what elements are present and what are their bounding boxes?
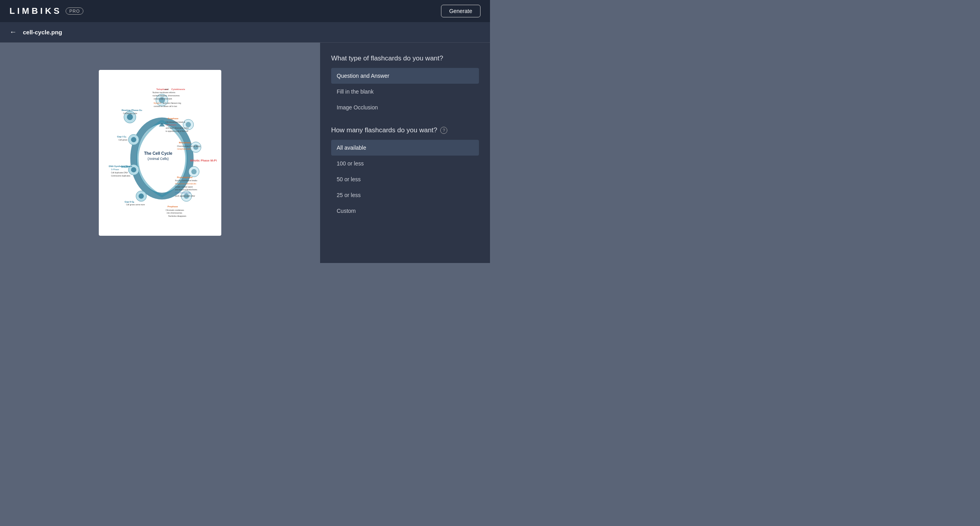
- svg-text:Kinetochore microtubules: Kinetochore microtubules: [175, 183, 196, 185]
- svg-point-7: [127, 114, 133, 120]
- flashcard-type-title: What type of flashcards do you want?: [331, 54, 479, 62]
- generate-button[interactable]: Generate: [441, 5, 481, 17]
- flashcard-count-list: All available 100 or less 50 or less 25 …: [331, 140, 479, 219]
- flashcard-count-row: How many flashcards do you want? ?: [331, 126, 479, 134]
- svg-point-15: [131, 167, 136, 172]
- back-arrow[interactable]: ←: [9, 28, 17, 36]
- svg-text:Cytokinesis: Cytokinesis: [172, 88, 185, 90]
- svg-text:into chromosomes: into chromosomes: [167, 212, 182, 214]
- svg-text:Nuclear membrane breaks: Nuclear membrane breaks: [175, 180, 198, 182]
- svg-point-31: [191, 169, 196, 174]
- svg-text:S-Phase: S-Phase: [111, 168, 119, 171]
- svg-text:to opposite ends of the cell: to opposite ends of the cell: [166, 130, 188, 132]
- option-custom[interactable]: Custom: [331, 203, 479, 219]
- svg-text:invade nuclear space: invade nuclear space: [175, 186, 193, 188]
- svg-text:Cell grows: Cell grows: [119, 139, 128, 141]
- svg-text:metaphase plate: metaphase plate: [177, 148, 191, 150]
- flashcard-type-list: Question and Answer Fill in the blank Im…: [331, 68, 479, 115]
- svg-text:Cell grows some more: Cell grows some more: [126, 204, 145, 206]
- svg-point-11: [131, 137, 136, 142]
- option-25-or-less[interactable]: 25 or less: [331, 187, 479, 203]
- svg-text:Cell leaves cycle: Cell leaves cycle: [123, 113, 138, 115]
- svg-text:nucleoli reappear, chromosomes: nucleoli reappear, chromosomes: [153, 95, 180, 97]
- svg-text:unravel into chromatin: unravel into chromatin: [154, 98, 172, 100]
- svg-text:Metaphase: Metaphase: [179, 141, 191, 144]
- image-panel: The Cell Cycle (Animal Cells) Interphase…: [0, 43, 320, 263]
- option-fill-blank[interactable]: Fill in the blank: [331, 84, 479, 100]
- option-question-answer[interactable]: Question and Answer: [331, 68, 479, 84]
- flashcard-count-title: How many flashcards do you want?: [331, 126, 437, 134]
- svg-text:contract to cleave cell in two: contract to cleave cell in two: [154, 105, 177, 107]
- svg-text:DNA Synthesis Phase: DNA Synthesis Phase: [109, 165, 132, 167]
- svg-text:Gap II G₂: Gap II G₂: [124, 201, 134, 203]
- svg-text:Polar microtubules: Polar microtubules: [175, 192, 191, 194]
- svg-text:Prophase: Prophase: [168, 205, 178, 208]
- pro-badge: PRO: [66, 8, 83, 15]
- option-50-or-less[interactable]: 50 or less: [331, 171, 479, 187]
- right-panel: What type of flashcards do you want? Que…: [320, 43, 490, 263]
- topbar: LIMBIKS PRO Generate: [0, 0, 490, 22]
- svg-text:Centrosome duplicates: Centrosome duplicates: [111, 175, 130, 177]
- svg-text:and attach to kinetochores: and attach to kinetochores: [175, 189, 197, 191]
- svg-text:Chromosomes break at: Chromosomes break at: [166, 121, 185, 123]
- svg-text:centromeres: centromeres: [166, 124, 176, 126]
- svg-text:and actin filament ring: and actin filament ring: [163, 102, 181, 104]
- svg-text:Myosin II: Myosin II: [154, 102, 161, 104]
- svg-point-45: [186, 122, 191, 127]
- svg-text:push against each other: push against each other: [175, 195, 195, 197]
- image-card: The Cell Cycle (Animal Cells) Interphase…: [99, 70, 221, 236]
- logo-area: LIMBIKS PRO: [9, 6, 83, 16]
- main-content: The Cell Cycle (Animal Cells) Interphase…: [0, 43, 490, 263]
- cell-cycle-svg: The Cell Cycle (Animal Cells) Interphase…: [104, 75, 217, 231]
- svg-text:The Cell Cycle: The Cell Cycle: [144, 151, 172, 156]
- svg-text:Gap I G₁: Gap I G₁: [117, 135, 126, 138]
- svg-point-21: [139, 193, 144, 199]
- option-all-available[interactable]: All available: [331, 140, 479, 156]
- svg-text:Chromosomes line up along: Chromosomes line up along: [177, 145, 201, 147]
- svg-text:and: and: [164, 88, 169, 90]
- svg-text:Resting Phase G₀: Resting Phase G₀: [122, 109, 142, 111]
- subheader: ← cell-cycle.png: [0, 22, 490, 43]
- logo-text: LIMBIKS: [9, 6, 62, 16]
- svg-text:Nuclear membrane reforms: Nuclear membrane reforms: [153, 92, 175, 94]
- svg-text:Prometaphase: Prometaphase: [177, 176, 192, 178]
- svg-text:and sister chromatids move: and sister chromatids move: [166, 127, 188, 129]
- svg-text:Cell duplicates DNA: Cell duplicates DNA: [111, 172, 128, 174]
- help-icon[interactable]: ?: [440, 127, 447, 134]
- svg-text:Anaphase: Anaphase: [168, 117, 178, 120]
- svg-text:Nucleolus disappears: Nucleolus disappears: [168, 215, 187, 217]
- svg-text:Mitotic Phase M-Phase: Mitotic Phase M-Phase: [190, 159, 217, 162]
- option-100-or-less[interactable]: 100 or less: [331, 156, 479, 171]
- option-image-occlusion[interactable]: Image Occlusion: [331, 100, 479, 115]
- svg-text:(Animal Cells): (Animal Cells): [148, 157, 169, 161]
- svg-text:Chromatin condenses: Chromatin condenses: [166, 209, 184, 211]
- file-name: cell-cycle.png: [23, 29, 62, 36]
